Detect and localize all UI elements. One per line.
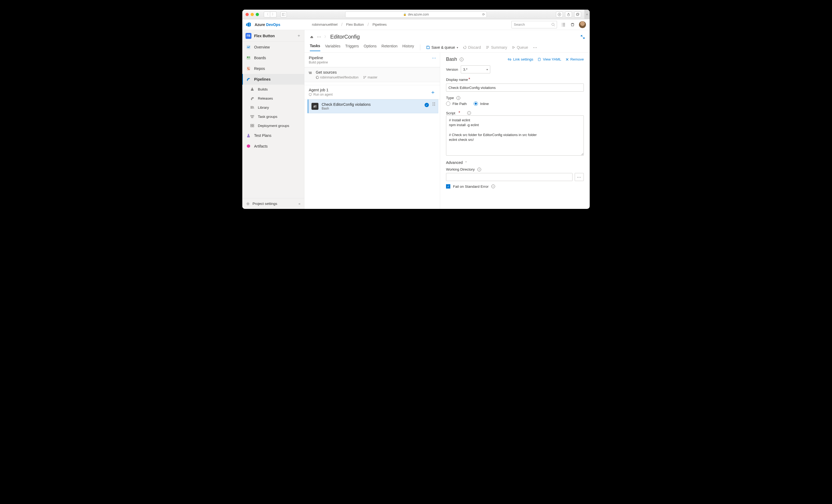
view-yaml-button[interactable]: View YAML (538, 57, 561, 61)
version-value: 3.* (463, 67, 467, 72)
svg-point-32 (364, 78, 365, 79)
nav-pipelines[interactable]: Pipelines (242, 74, 304, 85)
bash-task-icon: #! (311, 103, 318, 110)
brand-label[interactable]: Azure DevOps (255, 23, 280, 27)
play-icon (512, 46, 515, 49)
overview-icon (246, 45, 251, 50)
pipelines-icon (246, 77, 251, 82)
info-icon[interactable]: i (467, 111, 471, 115)
user-avatar[interactable] (579, 21, 586, 28)
project-switcher[interactable]: FB Flex Button ＋ (242, 30, 304, 42)
nav-deployment-groups[interactable]: Deployment groups (246, 121, 304, 130)
drag-handle-icon[interactable] (433, 102, 435, 106)
tab-triggers[interactable]: Triggers (345, 44, 359, 51)
checkbox-checked-icon[interactable]: ✓ (446, 184, 450, 189)
search-input[interactable]: Search (512, 21, 557, 28)
nav-overview-label: Overview (254, 45, 270, 49)
reload-icon[interactable]: ⟳ (482, 12, 485, 16)
share-button[interactable] (565, 11, 572, 18)
project-badge: FB (245, 33, 252, 39)
get-sources-row[interactable]: Get sources robinmanuelthiel/flexbutton (305, 67, 440, 82)
display-name-input[interactable] (446, 84, 584, 91)
nav-builds[interactable]: Builds (246, 85, 304, 94)
close-window-icon[interactable] (245, 13, 249, 16)
back-button[interactable]: 〈 (264, 11, 270, 18)
task-row-selected[interactable]: #! Check EditorConfig violations Bash ✓ (308, 100, 438, 113)
queue-button[interactable]: Queue (512, 45, 528, 50)
minimize-window-icon[interactable] (251, 13, 254, 16)
tab-tasks[interactable]: Tasks (310, 44, 320, 51)
svg-rect-33 (309, 93, 311, 95)
new-tab-button[interactable] (584, 10, 590, 19)
link-settings-button[interactable]: Link settings (508, 57, 533, 61)
downloads-button[interactable] (556, 11, 563, 18)
info-icon[interactable]: i (460, 58, 464, 61)
browse-button[interactable]: ⋯ (575, 173, 584, 181)
nav-task-groups[interactable]: Task groups (246, 112, 304, 121)
info-icon[interactable]: i (477, 168, 481, 171)
info-icon[interactable]: i (491, 185, 495, 188)
tab-history[interactable]: History (402, 44, 414, 51)
breadcrumb-project[interactable]: Flex Button (346, 23, 364, 27)
sidebar-toggle-button[interactable] (280, 11, 287, 18)
nav-test-plans[interactable]: Test Plans (242, 130, 304, 141)
tab-variables[interactable]: Variables (325, 44, 340, 51)
nav-releases[interactable]: Releases (246, 94, 304, 103)
breadcrumb-overflow-icon[interactable]: ⋯ (317, 34, 322, 39)
script-label: Script (446, 111, 456, 115)
tabs-button[interactable] (574, 11, 581, 18)
fullscreen-icon[interactable] (580, 35, 585, 39)
type-inline-radio[interactable]: Inline (474, 102, 489, 106)
app-topbar: Azure DevOps robinmanuelthiel / Flex But… (242, 19, 590, 30)
svg-point-25 (248, 203, 249, 204)
address-bar[interactable]: 🔒 dev.azure.com ⟳ (345, 11, 487, 18)
zoom-window-icon[interactable] (256, 13, 259, 16)
pipeline-card-menu-icon[interactable]: ⋯ (432, 55, 437, 60)
page-title: EditorConfig (330, 34, 360, 40)
chevron-right-icon: 〉 (324, 34, 328, 39)
tab-retention[interactable]: Retention (382, 44, 397, 51)
add-project-icon[interactable]: ＋ (297, 33, 301, 38)
pipeline-card-subtitle: Build pipeline (309, 60, 436, 64)
nav-repos[interactable]: Repos (242, 63, 304, 74)
nav-back-forward: 〈 〉 (264, 11, 277, 18)
remove-label: Remove (570, 57, 584, 61)
agent-job-title: Agent job 1 (309, 88, 430, 92)
advanced-section-toggle[interactable]: Advanced ⌃ (446, 161, 584, 165)
safari-toolbar: 〈 〉 🔒 dev.azure.com ⟳ (242, 10, 590, 19)
collapse-icon[interactable]: « (298, 202, 301, 206)
pipeline-header-card[interactable]: Pipeline Build pipeline ⋯ (305, 53, 440, 67)
nav-overview[interactable]: Overview (242, 42, 304, 53)
work-items-icon[interactable] (561, 22, 566, 27)
discard-button[interactable]: Discard (463, 45, 481, 50)
remove-button[interactable]: Remove (566, 57, 584, 61)
svg-rect-34 (538, 58, 540, 61)
agent-job-subtitle: Run on agent (313, 93, 333, 96)
nav-artifacts[interactable]: Artifacts (242, 141, 304, 151)
undo-icon (463, 46, 467, 49)
agent-job-row[interactable]: Agent job 1 Run on agent ＋ (305, 85, 440, 100)
nav-pipelines-subgroup: Builds Releases Library Task groups (242, 85, 304, 130)
save-and-queue-button[interactable]: Save & queue ▾ (426, 45, 458, 50)
tabs-and-toolbar: Tasks Variables Triggers Options Retenti… (305, 42, 590, 53)
breadcrumb-area[interactable]: Pipelines (372, 23, 387, 27)
toolbar-more-icon[interactable]: ⋯ (533, 45, 538, 50)
nav-boards[interactable]: Boards (242, 53, 304, 63)
tab-options[interactable]: Options (364, 44, 376, 51)
version-select[interactable]: 3.* ▾ (461, 65, 490, 74)
marketplace-icon[interactable] (570, 22, 575, 27)
add-task-icon[interactable]: ＋ (430, 89, 436, 96)
releases-icon (250, 96, 255, 101)
get-sources-title: Get sources (316, 70, 437, 75)
task-details-pane: Bash i Link settings (440, 53, 590, 209)
summary-button[interactable]: Summary (486, 45, 507, 50)
project-settings[interactable]: Project settings « (242, 198, 304, 209)
info-icon[interactable]: i (457, 96, 460, 100)
working-directory-input[interactable] (446, 173, 573, 181)
script-textarea[interactable] (446, 115, 584, 156)
type-file-path-radio[interactable]: File Path (446, 102, 467, 106)
nav-library[interactable]: Library (246, 103, 304, 112)
breadcrumb-org[interactable]: robinmanuelthiel (312, 23, 337, 27)
forward-button[interactable]: 〉 (270, 11, 277, 18)
link-icon (508, 58, 512, 61)
